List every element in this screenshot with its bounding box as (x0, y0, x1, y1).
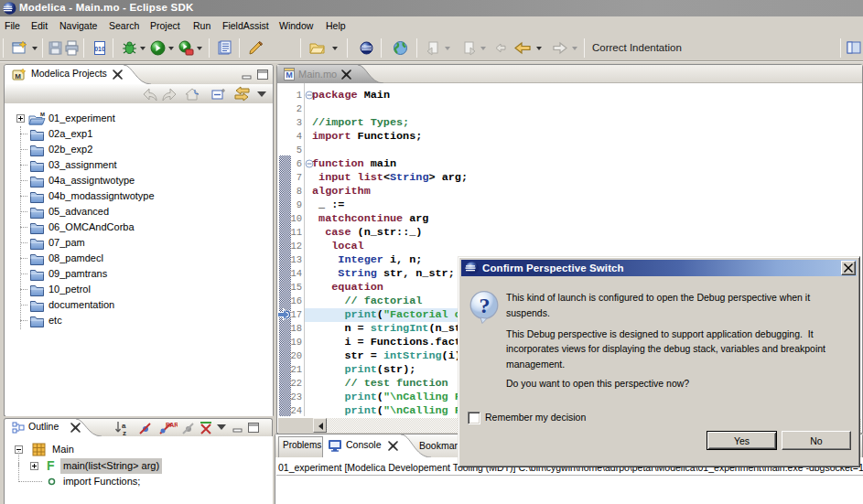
svg-text:?: ? (480, 294, 491, 317)
svg-text:010: 010 (94, 46, 105, 52)
svg-text:M: M (15, 72, 21, 80)
svg-text:M: M (286, 70, 293, 80)
svg-text:z: z (123, 429, 126, 436)
svg-text:M: M (40, 112, 45, 117)
